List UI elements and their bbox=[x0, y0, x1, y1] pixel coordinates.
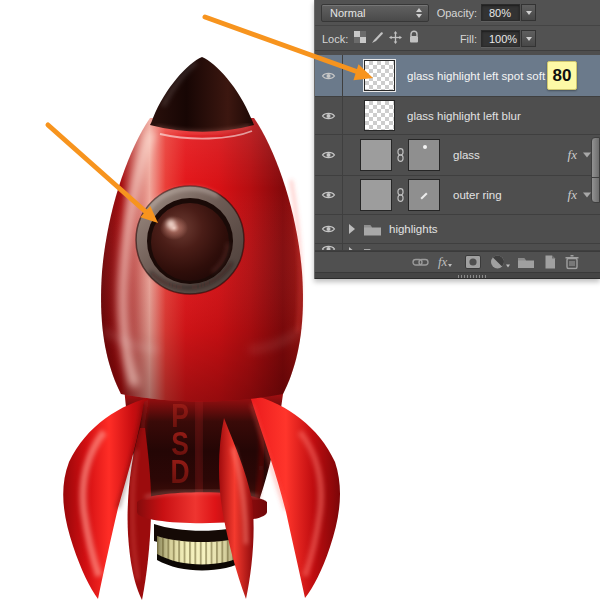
rocket-nose-cone bbox=[150, 57, 254, 132]
chevron-down-icon bbox=[526, 37, 532, 41]
mask-mark bbox=[420, 192, 427, 199]
lock-buttons bbox=[353, 30, 420, 44]
eye-icon bbox=[321, 150, 336, 160]
visibility-toggle[interactable] bbox=[315, 215, 343, 243]
add-mask-icon[interactable] bbox=[465, 255, 481, 269]
adjustment-layer-icon[interactable] bbox=[490, 255, 510, 270]
layer-thumbnail[interactable] bbox=[360, 179, 392, 211]
rocket-fin-right bbox=[250, 394, 340, 598]
layer-mask-thumbnail[interactable] bbox=[408, 179, 440, 211]
chevron-down-icon bbox=[526, 11, 532, 15]
layer-thumbnail[interactable] bbox=[364, 100, 395, 131]
opacity-label: Opacity: bbox=[437, 7, 477, 19]
layers-panel: Normal Opacity: 80% Lock: bbox=[314, 0, 600, 279]
layer-row-highlights-group[interactable]: highlights bbox=[315, 215, 600, 244]
layers-panel-controls: Normal Opacity: 80% Lock: bbox=[315, 0, 600, 51]
rocket-porthole bbox=[136, 186, 244, 294]
lock-label: Lock: bbox=[322, 33, 348, 45]
folder-icon bbox=[363, 222, 382, 236]
opacity-value[interactable]: 80% bbox=[481, 4, 520, 21]
psd-letter-d: D bbox=[170, 453, 189, 489]
porthole-glass bbox=[151, 203, 229, 281]
layer-name[interactable]: glass bbox=[453, 149, 480, 161]
eye-icon bbox=[321, 111, 336, 121]
visibility-toggle[interactable] bbox=[315, 55, 343, 96]
layer-row-outer-ring[interactable]: outer ring fx bbox=[315, 176, 600, 215]
layer-styles-icon[interactable]: fx bbox=[438, 254, 452, 270]
layer-name[interactable]: glass highlight left blur bbox=[407, 110, 521, 122]
layer-name[interactable]: outer ring bbox=[453, 189, 502, 201]
glass-highlight-spot bbox=[160, 216, 188, 240]
eye-icon bbox=[321, 244, 336, 251]
new-layer-icon[interactable] bbox=[542, 255, 556, 270]
opacity-callout-badge: 80 bbox=[547, 61, 577, 90]
panel-scrollbar[interactable] bbox=[591, 137, 600, 203]
resize-grip-icon[interactable] bbox=[458, 275, 486, 278]
layer-list: glass highlight left spot soft 80 glass … bbox=[315, 51, 600, 251]
fx-collapse-icon[interactable] bbox=[583, 193, 591, 198]
mask-link-icon[interactable] bbox=[395, 188, 406, 202]
screenshot-canvas: P S D bbox=[0, 0, 600, 600]
layer-row-glass-highlight-left-blur[interactable]: glass highlight left blur bbox=[315, 97, 600, 135]
divider bbox=[315, 25, 600, 26]
visibility-toggle[interactable] bbox=[315, 244, 343, 250]
delete-layer-icon[interactable] bbox=[565, 255, 579, 270]
group-name[interactable]: highlights bbox=[389, 223, 438, 235]
eye-icon bbox=[321, 224, 336, 234]
visibility-toggle[interactable] bbox=[315, 135, 343, 175]
layer-row-glass-highlight-left-spot-soft[interactable]: glass highlight left spot soft 80 bbox=[315, 55, 600, 97]
blend-mode-value: Normal bbox=[330, 7, 365, 19]
layers-panel-bottom-bar: fx bbox=[315, 251, 600, 272]
fill-value[interactable]: 100% bbox=[481, 30, 520, 47]
eye-icon bbox=[321, 71, 336, 81]
layer-name[interactable]: glass highlight left spot soft bbox=[407, 70, 545, 82]
rocket-psd-label: P S D bbox=[170, 397, 189, 489]
layer-row-partial[interactable] bbox=[315, 244, 600, 251]
visibility-toggle[interactable] bbox=[315, 97, 343, 134]
updown-arrows-icon bbox=[416, 8, 422, 18]
lock-transparency-icon[interactable] bbox=[353, 30, 366, 44]
eye-icon bbox=[321, 190, 336, 200]
link-layers-icon[interactable] bbox=[412, 255, 429, 269]
fill-label: Fill: bbox=[460, 33, 477, 45]
layer-mask-thumbnail[interactable] bbox=[408, 139, 440, 171]
blend-mode-select[interactable]: Normal bbox=[321, 4, 429, 22]
panel-resize-strip bbox=[315, 272, 600, 279]
lock-position-icon[interactable] bbox=[389, 30, 402, 44]
layer-fx-badge[interactable]: fx bbox=[568, 187, 577, 203]
group-expand-icon[interactable] bbox=[349, 224, 355, 234]
mask-link-icon[interactable] bbox=[395, 148, 406, 162]
fill-dropdown-button[interactable] bbox=[521, 30, 536, 47]
new-group-icon[interactable] bbox=[517, 256, 535, 269]
lock-pixels-icon[interactable] bbox=[371, 30, 384, 44]
opacity-dropdown-button[interactable] bbox=[521, 4, 536, 21]
lock-all-icon[interactable] bbox=[407, 30, 420, 44]
layer-thumbnail[interactable] bbox=[360, 139, 392, 171]
mask-mark bbox=[423, 145, 427, 149]
layer-thumbnail[interactable] bbox=[364, 60, 395, 91]
visibility-toggle[interactable] bbox=[315, 176, 343, 214]
fx-collapse-icon[interactable] bbox=[583, 153, 591, 158]
layer-fx-badge[interactable]: fx bbox=[568, 147, 577, 163]
layer-row-glass[interactable]: glass fx bbox=[315, 135, 600, 176]
